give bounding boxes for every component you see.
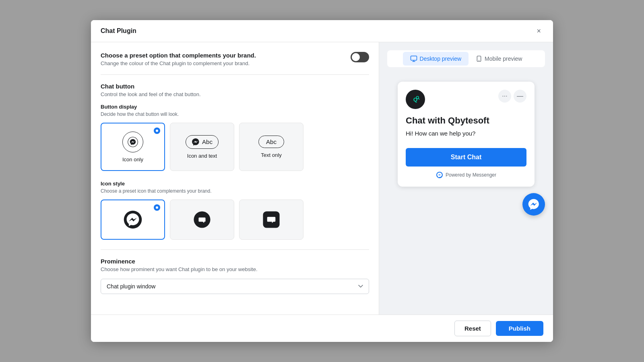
powered-by: Powered by Messenger	[406, 171, 526, 179]
modal-header: Chat Plugin ×	[91, 20, 553, 42]
messenger-powered-icon	[436, 171, 443, 179]
preview-tabs: Desktop preview Mobile preview	[387, 50, 545, 67]
tab-desktop[interactable]: Desktop preview	[403, 52, 469, 66]
left-panel: Choose a preset option that complements …	[91, 42, 379, 315]
display-option-icon-text[interactable]: Abc Icon and text	[170, 123, 234, 171]
icon-style-grid	[101, 200, 369, 240]
card-actions: ··· —	[498, 90, 526, 103]
icon-text-pill: Abc	[186, 135, 219, 149]
text-only-pill: Abc	[258, 136, 284, 148]
desktop-icon	[410, 55, 417, 62]
publish-button[interactable]: Publish	[496, 321, 543, 336]
icon-circle	[122, 132, 143, 152]
chat-button-title: Chat button	[101, 83, 369, 90]
radio-selected-messenger	[154, 204, 160, 211]
abc-label-1: Abc	[202, 138, 213, 145]
icon-style-title: Icon style	[101, 181, 369, 187]
close-button[interactable]: ×	[534, 27, 543, 35]
preset-subtitle: Change the colour of the Chat plugin to …	[101, 60, 256, 66]
preset-text: Choose a preset option that complements …	[101, 52, 256, 66]
style-option-round[interactable]	[170, 200, 234, 240]
prominence-title: Prominence	[101, 258, 369, 265]
modal-title: Chat Plugin	[101, 27, 136, 35]
svg-point-1	[124, 211, 142, 229]
chat-preview-card: Q ··· —	[398, 82, 535, 187]
floating-messenger-icon	[528, 198, 540, 210]
square-bubble-icon	[262, 210, 281, 229]
svg-point-0	[128, 137, 138, 147]
floating-chat-button[interactable]	[522, 193, 545, 216]
modal-body: Choose a preset option that complements …	[91, 42, 553, 315]
button-display-title: Button display	[101, 104, 369, 110]
chat-button-subtitle: Control the look and feel of the chat bu…	[101, 91, 369, 97]
chat-greeting: Hi! How can we help you?	[406, 130, 526, 137]
icon-style-subtitle: Choose a preset icon that complements yo…	[101, 188, 369, 194]
messenger-style-icon	[123, 210, 142, 229]
reset-button[interactable]: Reset	[454, 321, 491, 336]
style-option-messenger[interactable]	[101, 200, 165, 240]
chat-card-header: Q ··· —	[406, 90, 526, 109]
toggle-track	[351, 52, 369, 62]
start-chat-button[interactable]: Start Chat	[406, 148, 526, 167]
text-only-label: Text only	[261, 152, 281, 158]
mobile-icon	[476, 55, 482, 62]
icon-only-label: Icon only	[122, 156, 143, 162]
divider-2	[101, 249, 369, 250]
minus-icon: —	[517, 93, 523, 100]
minimize-button[interactable]: —	[514, 90, 526, 103]
brand-logo-icon: Q	[409, 93, 421, 105]
ellipsis-button[interactable]: ···	[498, 90, 511, 103]
prominence-subtitle: Choose how prominent you want Chat plugi…	[101, 266, 369, 272]
preset-toggle[interactable]	[351, 52, 369, 62]
radio-selected-icon-only	[154, 128, 160, 134]
display-option-icon-only[interactable]: Icon only	[101, 123, 165, 171]
chat-plugin-modal: Chat Plugin × Choose a preset option tha…	[91, 20, 553, 342]
preset-title: Choose a preset option that complements …	[101, 52, 256, 59]
tab-mobile-label: Mobile preview	[485, 56, 522, 62]
svg-rect-4	[411, 56, 417, 60]
round-bubble-icon	[192, 210, 212, 229]
button-display-grid: Icon only Abc Icon and text Abc	[101, 123, 369, 171]
abc-label-2: Abc	[266, 138, 277, 145]
chat-with-title: Chat with Qbytesoft	[406, 115, 526, 126]
style-option-square[interactable]	[239, 200, 303, 240]
ellipsis-icon: ···	[502, 93, 507, 100]
svg-text:Q: Q	[413, 97, 418, 103]
icon-text-label: Icon and text	[187, 153, 217, 159]
modal-footer: Reset Publish	[91, 315, 553, 342]
preset-section: Choose a preset option that complements …	[101, 52, 369, 66]
right-panel: Desktop preview Mobile preview	[379, 42, 553, 315]
divider-1	[101, 74, 369, 75]
preview-area: Q ··· —	[387, 74, 545, 306]
powered-by-text: Powered by Messenger	[446, 172, 496, 178]
toggle-knob	[352, 53, 360, 61]
brand-logo: Q	[406, 90, 425, 109]
tab-mobile[interactable]: Mobile preview	[469, 52, 529, 66]
display-option-text-only[interactable]: Abc Text only	[239, 123, 303, 171]
button-display-subtitle: Decide how the chat button will look.	[101, 111, 369, 117]
tab-desktop-label: Desktop preview	[420, 56, 462, 62]
prominence-dropdown[interactable]: Chat plugin window Chat button only Full…	[101, 279, 369, 294]
messenger-icon-pill	[192, 138, 200, 146]
messenger-icon-option	[128, 137, 138, 147]
